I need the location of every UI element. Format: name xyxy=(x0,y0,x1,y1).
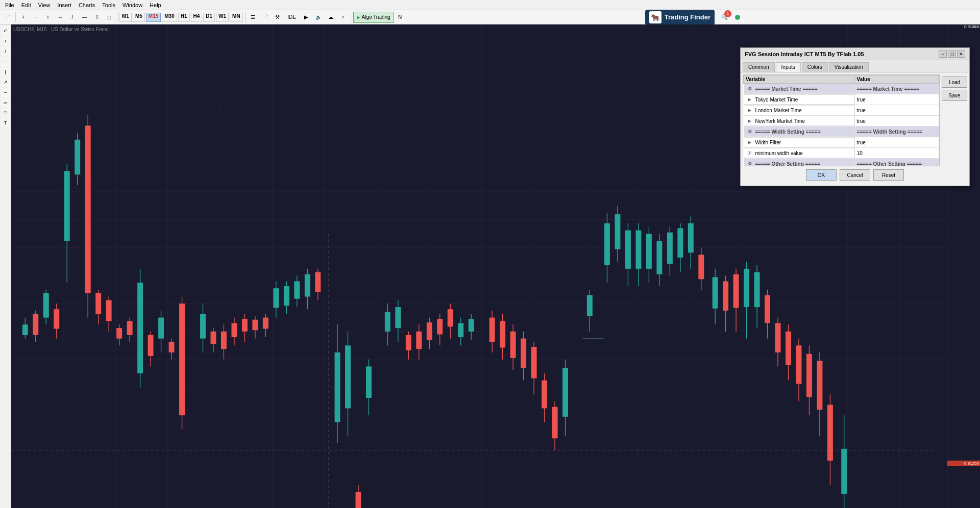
left-fib-btn[interactable]: ∼ xyxy=(1,88,10,97)
cancel-button[interactable]: Cancel xyxy=(840,169,870,181)
tf-m5[interactable]: M5 xyxy=(133,13,145,22)
modal-overlay: FVG Session Intraday ICT MT5 By TFlab 1.… xyxy=(11,24,980,508)
param-icon-london: ▶ xyxy=(746,107,753,114)
nav-btn[interactable]: N xyxy=(395,12,405,23)
ok-button[interactable]: OK xyxy=(806,169,837,181)
menu-insert[interactable]: Insert xyxy=(54,1,75,9)
save-button[interactable]: Save xyxy=(942,90,967,101)
section-other-val: ===== Other Setting ===== xyxy=(854,159,939,167)
menu-help[interactable]: Help xyxy=(146,1,164,9)
modal-minimize-btn[interactable]: − xyxy=(939,50,947,58)
signals-btn[interactable]: 🔈 xyxy=(313,12,324,23)
sep4 xyxy=(351,12,351,22)
left-trend-btn[interactable]: ↗ xyxy=(1,78,10,87)
var-tokyo: ▶ Tokyo Market Time xyxy=(744,94,854,105)
bull-icon: 🐂 xyxy=(649,11,662,23)
left-text-btn[interactable]: T xyxy=(1,118,10,128)
tf-m1[interactable]: M1 xyxy=(119,13,132,22)
row-width-filter[interactable]: ▶ Width Filter true xyxy=(744,137,939,148)
modal-restore-btn[interactable]: ◻ xyxy=(948,50,956,58)
var-london: ▶ London Market Time xyxy=(744,105,854,115)
left-vline-btn[interactable]: | xyxy=(1,67,10,77)
val-tokyo[interactable]: true xyxy=(854,94,939,105)
action-buttons: Load Save xyxy=(942,74,967,166)
reset-button[interactable]: Reset xyxy=(873,169,904,181)
tf-h1[interactable]: H1 xyxy=(178,13,190,22)
left-line-btn[interactable]: / xyxy=(1,47,10,56)
val-newyork[interactable]: true xyxy=(854,116,939,126)
modal-bottom-buttons: OK Cancel Reset xyxy=(743,166,967,184)
var-newyork: ▶ NewYork Market Time xyxy=(744,116,854,126)
row-min-width[interactable]: 0¹ minimum width value 10 xyxy=(744,148,939,159)
menu-window[interactable]: Window xyxy=(119,1,145,9)
text-btn[interactable]: T xyxy=(91,12,103,23)
left-hline-btn[interactable]: — xyxy=(1,57,10,66)
vps-btn[interactable]: ☁ xyxy=(325,12,336,23)
top-bars: File Edit View Insert Charts Tools Windo… xyxy=(0,0,980,24)
line-btn[interactable]: / xyxy=(67,12,78,23)
tab-common[interactable]: Common xyxy=(743,62,775,72)
val-london[interactable]: true xyxy=(854,105,939,116)
indicator-list-btn[interactable]: ☰ xyxy=(248,12,259,23)
tf-m30[interactable]: M30 xyxy=(162,13,177,22)
tab-colors[interactable]: Colors xyxy=(802,62,828,72)
menu-file[interactable]: File xyxy=(2,1,17,9)
val-min-width[interactable]: 10 xyxy=(854,148,939,159)
ide-btn[interactable]: IDE xyxy=(284,12,300,23)
modal-tabs: Common Inputs Colors Visualization xyxy=(741,60,969,72)
row-london[interactable]: ▶ London Market Time true xyxy=(744,105,939,116)
tf-h4[interactable]: H4 xyxy=(191,13,203,22)
val-width-filter[interactable]: true xyxy=(854,137,939,148)
templates-btn[interactable]: 📄 xyxy=(260,12,271,23)
settings-icon-1: ⚙ xyxy=(746,85,753,92)
app-window: File Edit View Insert Charts Tools Windo… xyxy=(0,0,980,508)
left-cursor-btn[interactable]: ↶ xyxy=(1,27,10,36)
param-icon-width-filter: ▶ xyxy=(746,139,753,146)
search-btn[interactable]: 🔍 1 xyxy=(719,12,730,23)
main-toolbar: 📄 + − + ↔ / — T ◻ M1 M5 M15 M30 H1 H4 D1… xyxy=(0,10,980,24)
section-market-time-val: ===== Market Time ===== xyxy=(854,84,939,94)
col-value: Value xyxy=(854,75,939,84)
left-channel-btn[interactable]: ▱ xyxy=(1,98,10,107)
scroll-btn[interactable]: ↔ xyxy=(55,12,66,23)
menu-view[interactable]: View xyxy=(35,1,54,9)
menu-tools[interactable]: Tools xyxy=(99,1,118,9)
menu-edit[interactable]: Edit xyxy=(18,1,34,9)
menu-charts[interactable]: Charts xyxy=(76,1,98,9)
param-icon-newyork: ▶ xyxy=(746,117,753,124)
shapes-btn[interactable]: ◻ xyxy=(104,12,115,23)
row-newyork[interactable]: ▶ NewYork Market Time true xyxy=(744,116,939,126)
crosshair-btn[interactable]: + xyxy=(42,12,54,23)
market-btn[interactable]: ○ xyxy=(337,12,349,23)
tf-mn[interactable]: MN xyxy=(230,13,243,22)
left-crosshair-btn[interactable]: + xyxy=(1,37,10,46)
modal-controls: − ◻ ✕ xyxy=(939,50,965,58)
section-other-var: ⚙ ===== Other Setting ===== xyxy=(744,159,854,166)
expert-btn[interactable]: ⚒ xyxy=(272,12,283,23)
sep3 xyxy=(245,12,246,22)
chart-canvas[interactable]: USDCHF, M15 US Dollar vs Swiss Franc xyxy=(11,24,980,508)
script-btn[interactable]: ▶ xyxy=(301,12,312,23)
left-rect-btn[interactable]: □ xyxy=(1,108,10,117)
col-variable: Variable xyxy=(744,75,855,84)
tf-m15[interactable]: M15 xyxy=(146,13,161,22)
algo-trading-btn[interactable]: ▶ Algo Trading xyxy=(353,12,394,23)
modal-dialog: FVG Session Intraday ICT MT5 By TFlab 1.… xyxy=(740,47,970,186)
row-tokyo[interactable]: ▶ Tokyo Market Time true xyxy=(744,94,939,105)
tf-w1[interactable]: W1 xyxy=(216,13,229,22)
zoom-in-btn[interactable]: + xyxy=(18,12,29,23)
section-other-setting: ⚙ ===== Other Setting ===== ===== Other … xyxy=(744,159,939,167)
tab-visualization[interactable]: Visualization xyxy=(829,62,869,72)
zoom-out-btn[interactable]: − xyxy=(30,12,41,23)
sep2 xyxy=(117,12,117,22)
sep1 xyxy=(15,12,16,22)
new-chart-btn[interactable]: 📄 xyxy=(2,12,13,23)
status-dot xyxy=(732,12,743,23)
tab-inputs[interactable]: Inputs xyxy=(776,62,801,72)
modal-close-btn[interactable]: ✕ xyxy=(957,50,965,58)
modal-titlebar: FVG Session Intraday ICT MT5 By TFlab 1.… xyxy=(741,48,969,60)
load-button[interactable]: Load xyxy=(942,77,967,88)
params-table: Variable Value xyxy=(743,75,939,166)
hline-btn[interactable]: — xyxy=(79,12,90,23)
tf-d1[interactable]: D1 xyxy=(203,13,215,22)
